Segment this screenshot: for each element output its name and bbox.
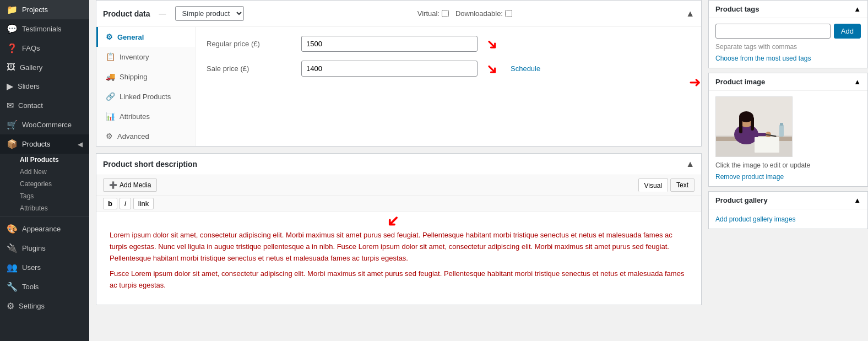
product-image-box: ➜ Product image ▲: [708, 73, 868, 187]
regular-price-input[interactable]: [301, 36, 478, 52]
product-image-caption: Click the image to edit or update: [715, 161, 861, 169]
testimonials-icon: 💬: [7, 24, 18, 34]
sidebar-item-appearance[interactable]: 🎨 Appearance: [0, 219, 89, 239]
product-image-title: Product image: [715, 78, 765, 86]
linked-tab-icon: 🔗: [106, 92, 115, 101]
sidebar-item-plugins[interactable]: 🔌 Plugins: [0, 239, 89, 258]
format-toolbar: b i link: [96, 196, 701, 212]
users-icon: 👥: [7, 262, 18, 273]
sidebar-sub-tags[interactable]: Tags: [0, 190, 89, 202]
sliders-icon: ▶: [7, 81, 13, 91]
product-tags-box: Product tags ▲ Add Separate tags with co…: [708, 0, 868, 68]
editor-toolbar: ➕ Add Media Visual Text: [96, 175, 701, 196]
downloadable-checkbox[interactable]: [505, 10, 512, 17]
sidebar-item-users[interactable]: 👥 Users: [0, 258, 89, 277]
sidebar-divider-1: [0, 216, 89, 217]
sale-price-input[interactable]: [301, 61, 478, 77]
product-data-title: Product data: [103, 9, 150, 18]
shipping-tab-icon: 🚚: [106, 72, 115, 81]
tab-attributes[interactable]: 📊 Attributes: [96, 106, 195, 126]
sale-price-label: Sale price (£): [207, 64, 295, 73]
sidebar-item-settings[interactable]: ⚙ Settings: [0, 296, 89, 316]
product-data-content: Regular price (£) ➜ Sale price (£) ➜: [196, 27, 701, 146]
visual-tab-button[interactable]: Visual: [638, 178, 668, 192]
attributes-tab-icon: 📊: [106, 112, 115, 121]
svg-rect-12: [779, 125, 784, 137]
right-panel: Product tags ▲ Add Separate tags with co…: [708, 0, 868, 341]
contact-icon: ✉: [7, 100, 14, 111]
svg-rect-7: [751, 117, 754, 131]
tab-general[interactable]: ⚙ General: [96, 27, 195, 47]
short-desc-header: Product short description ▲: [96, 154, 701, 175]
product-gallery-header[interactable]: Product gallery ▲: [709, 192, 867, 209]
virtual-checkbox[interactable]: [442, 10, 449, 17]
content-paragraph-2: Fusce Lorem ipsum dolor sit amet, consec…: [110, 268, 688, 291]
sidebar-item-testimonials[interactable]: 💬 Testimonials: [0, 19, 89, 39]
tag-most-used-link[interactable]: Choose from the most used tags: [715, 55, 811, 62]
short-description-box: Product short description ▲ ➕ Add Media …: [96, 153, 702, 305]
products-collapse-arrow: ◀: [78, 140, 83, 148]
products-icon: 📦: [7, 139, 18, 149]
editor-toolbar-right: Visual Text: [638, 178, 695, 192]
sidebar-item-contact[interactable]: ✉ Contact: [0, 96, 89, 115]
sidebar-sub-add-new[interactable]: Add New: [0, 166, 89, 178]
sidebar: 📁 Projects 💬 Testimonials ❓ FAQs 🖼 Galle…: [0, 0, 89, 341]
product-image-toggle: ▲: [854, 78, 861, 86]
downloadable-checkbox-label[interactable]: Downloadable:: [455, 9, 512, 18]
add-media-icon: ➕: [109, 181, 117, 189]
sidebar-sub-categories[interactable]: Categories: [0, 178, 89, 190]
bold-button[interactable]: b: [103, 198, 117, 209]
sale-price-arrow: ➜: [483, 59, 502, 78]
sidebar-item-projects[interactable]: 📁 Projects: [0, 0, 89, 19]
tab-linked-products[interactable]: 🔗 Linked Products: [96, 86, 195, 106]
sidebar-item-woocommerce[interactable]: 🛒 WooCommerce: [0, 115, 89, 134]
svg-rect-10: [755, 137, 779, 153]
projects-icon: 📁: [7, 4, 18, 15]
text-tab-button[interactable]: Text: [670, 178, 695, 192]
regular-price-row: Regular price (£) ➜: [207, 36, 690, 52]
sidebar-sub-all-products[interactable]: All Products: [0, 154, 89, 166]
product-data-header: Product data — Simple product Virtual: D…: [96, 1, 701, 27]
remove-product-image-link[interactable]: Remove product image: [715, 173, 784, 181]
sidebar-item-faqs[interactable]: ❓ FAQs: [0, 39, 89, 58]
tag-input[interactable]: [715, 24, 831, 39]
sidebar-item-sliders[interactable]: ▶ Sliders: [0, 77, 89, 96]
appearance-icon: 🎨: [7, 224, 18, 234]
tag-add-button[interactable]: Add: [834, 24, 861, 39]
tab-advanced[interactable]: ⚙ Advanced: [96, 126, 195, 146]
center-panel: Product data — Simple product Virtual: D…: [89, 0, 708, 341]
product-gallery-title: Product gallery: [715, 196, 768, 204]
sidebar-item-gallery[interactable]: 🖼 Gallery: [0, 58, 89, 77]
add-gallery-images-link[interactable]: Add product gallery images: [715, 215, 795, 223]
product-tags-body: Add Separate tags with commas Choose fro…: [709, 18, 867, 68]
product-image-svg: [716, 97, 793, 157]
tag-hint: Separate tags with commas: [715, 43, 861, 51]
content-wrapper: Product data — Simple product Virtual: D…: [89, 0, 868, 341]
product-image-arrow: ➜: [689, 73, 701, 90]
sidebar-sub-attributes[interactable]: Attributes: [0, 202, 89, 214]
product-tags-header[interactable]: Product tags ▲: [709, 1, 867, 18]
product-image-thumb[interactable]: [715, 96, 793, 157]
schedule-link[interactable]: Schedule: [511, 64, 540, 73]
inventory-tab-icon: 📋: [106, 52, 115, 61]
product-gallery-body: Add product gallery images: [709, 209, 867, 229]
virtual-checkbox-label[interactable]: Virtual:: [417, 9, 449, 18]
short-desc-toggle[interactable]: ▲: [686, 159, 695, 169]
svg-rect-6: [739, 117, 742, 133]
product-tags-title: Product tags: [715, 5, 759, 13]
gallery-icon: 🖼: [7, 62, 15, 72]
sidebar-item-products[interactable]: 📦 Products ◀: [0, 134, 89, 154]
svg-rect-8: [749, 133, 768, 136]
tab-shipping[interactable]: 🚚 Shipping: [96, 67, 195, 86]
product-data-tabs: ⚙ General 📋 Inventory 🚚 Shipping 🔗: [96, 27, 196, 146]
woocommerce-icon: 🛒: [7, 120, 18, 130]
product-image-header[interactable]: ➜ Product image ▲: [709, 73, 867, 91]
product-type-select[interactable]: Simple product: [175, 6, 244, 21]
link-button[interactable]: link: [133, 198, 154, 209]
product-data-toggle[interactable]: ▲: [686, 9, 695, 19]
italic-button[interactable]: i: [120, 198, 131, 209]
add-media-button[interactable]: ➕ Add Media: [103, 178, 157, 192]
editor-content[interactable]: Lorem ipsum dolor sit amet, consectetur …: [103, 219, 695, 298]
tab-inventory[interactable]: 📋 Inventory: [96, 47, 195, 67]
sidebar-item-tools[interactable]: 🔧 Tools: [0, 277, 89, 296]
